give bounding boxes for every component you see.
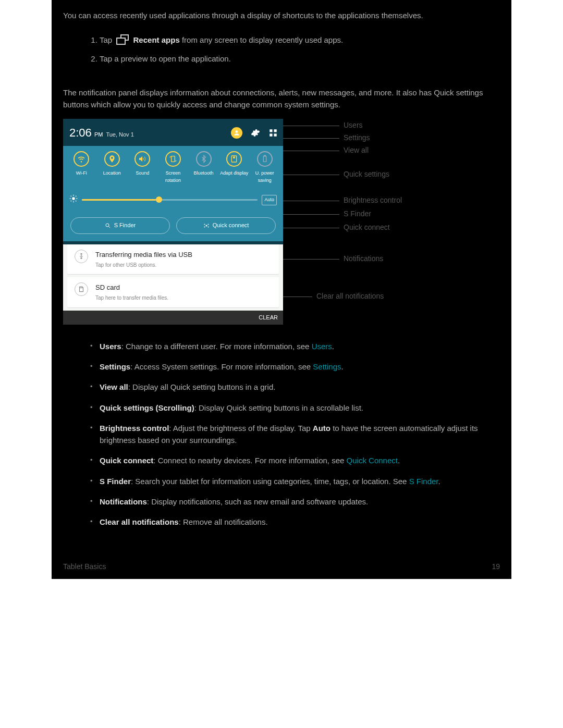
quick-connect-button[interactable]: Quick connect xyxy=(176,217,276,233)
notification-item[interactable]: Transferring media files via USB Tap for… xyxy=(67,244,279,275)
footer-section: Tablet Basics xyxy=(63,561,106,573)
svg-point-24 xyxy=(204,226,205,227)
settings-icon[interactable] xyxy=(251,128,260,138)
svg-point-21 xyxy=(205,225,207,226)
callout-viewall: View all xyxy=(339,145,369,156)
notification-item[interactable]: SD card Tap here to transfer media files… xyxy=(67,277,279,307)
svg-rect-1 xyxy=(270,130,272,132)
bullet-clear-all: Clear all notifications: Remove all noti… xyxy=(90,512,500,532)
notifications-area: Transferring media files via USB Tap for… xyxy=(63,244,283,325)
users-icon[interactable] xyxy=(231,127,242,139)
link-s-finder[interactable]: S Finder xyxy=(409,477,438,486)
qs-sound[interactable]: Sound xyxy=(127,151,158,184)
s-finder-button[interactable]: S Finder xyxy=(70,217,170,233)
svg-rect-9 xyxy=(264,156,265,156)
svg-rect-4 xyxy=(274,134,277,137)
bullet-quick-settings: Quick settings (Scrolling): Display Quic… xyxy=(90,398,500,418)
page-footer: Tablet Basics 19 xyxy=(63,561,500,573)
callout-sfinder: S Finder xyxy=(339,208,371,220)
view-all-icon[interactable] xyxy=(268,128,278,138)
steps-list: Tap Recent apps from any screen to displ… xyxy=(63,31,500,68)
annotated-screenshot: 2:06 PM Tue, Nov 1 Wi-Fi Lo xyxy=(63,119,500,325)
qs-bluetooth[interactable]: Bluetooth xyxy=(188,151,219,184)
svg-point-19 xyxy=(106,224,109,227)
svg-point-0 xyxy=(236,131,238,133)
brightness-slider[interactable]: Auto xyxy=(63,189,283,213)
clock-time: 2:06 PM xyxy=(69,124,103,142)
bullet-brightness: Brightness control: Adjust the brightnes… xyxy=(90,418,500,451)
notification-panel-screenshot: 2:06 PM Tue, Nov 1 Wi-Fi Lo xyxy=(63,119,283,325)
document-page: You can access recently used application… xyxy=(52,0,511,579)
brightness-auto-toggle[interactable]: Auto xyxy=(262,195,277,205)
qs-adapt-display[interactable]: Adapt display xyxy=(219,151,250,184)
callout-settings: Settings xyxy=(339,132,370,144)
bullet-quick-connect: Quick connect: Connect to nearby devices… xyxy=(90,450,500,471)
bullet-view-all: View all: Display all Quick setting butt… xyxy=(90,377,500,397)
svg-line-17 xyxy=(71,201,71,201)
svg-line-20 xyxy=(108,226,110,228)
link-settings[interactable]: Settings xyxy=(313,362,341,371)
link-users[interactable]: Users xyxy=(312,342,332,351)
recent-apps-icon xyxy=(116,34,129,45)
callout-notifications: Notifications xyxy=(339,253,383,265)
svg-point-23 xyxy=(207,224,209,225)
svg-rect-3 xyxy=(270,134,272,137)
svg-point-7 xyxy=(234,157,235,158)
svg-line-16 xyxy=(76,201,76,201)
feature-bullets: Users: Change to a different user. For m… xyxy=(63,336,500,533)
clock-date: Tue, Nov 1 xyxy=(106,130,133,139)
brightness-icon xyxy=(69,194,78,206)
clear-all-button[interactable]: CLEAR xyxy=(63,311,283,325)
usb-icon xyxy=(75,250,88,263)
footer-page-number: 19 xyxy=(492,561,500,573)
callout-labels: Users Settings View all Quick settings B… xyxy=(283,119,500,325)
notification-panel-paragraph: The notification panel displays informat… xyxy=(63,87,500,111)
sd-card-icon xyxy=(75,282,88,296)
qs-power-saving[interactable]: U. power saving xyxy=(249,151,280,184)
link-quick-connect[interactable]: Quick Connect xyxy=(347,456,398,465)
callout-clear-all: Clear all notifications xyxy=(312,291,384,302)
qs-rotation[interactable]: Screen rotation xyxy=(158,151,189,184)
status-bar: 2:06 PM Tue, Nov 1 xyxy=(63,119,283,146)
quick-settings-row: Wi-Fi Location Sound Screen rotation Blu… xyxy=(63,146,283,189)
step-1: Tap Recent apps from any screen to displ… xyxy=(100,31,500,49)
svg-line-15 xyxy=(71,196,71,196)
qs-location[interactable]: Location xyxy=(97,151,128,184)
svg-line-18 xyxy=(76,196,76,196)
bullet-notifications: Notifications: Display notifications, su… xyxy=(90,491,500,512)
bullet-settings: Settings: Access System settings. For mo… xyxy=(90,356,500,377)
svg-rect-2 xyxy=(274,130,277,132)
svg-point-22 xyxy=(204,224,205,225)
svg-point-25 xyxy=(207,226,209,227)
bullet-s-finder: S Finder: Search your tablet for informa… xyxy=(90,471,500,491)
intro-text: You can access recently used application… xyxy=(63,9,500,21)
bullet-users: Users: Change to a different user. For m… xyxy=(90,336,500,356)
callout-quick-settings: Quick settings xyxy=(339,169,389,180)
callout-quick-connect: Quick connect xyxy=(339,222,390,233)
svg-point-10 xyxy=(72,198,75,200)
svg-rect-5 xyxy=(172,156,175,162)
qs-wifi[interactable]: Wi-Fi xyxy=(66,151,97,184)
callout-brightness: Brightness control xyxy=(339,195,402,206)
callout-users: Users xyxy=(339,120,363,131)
svg-rect-8 xyxy=(263,156,266,162)
step-2: Tap a preview to open the application. xyxy=(100,50,500,68)
